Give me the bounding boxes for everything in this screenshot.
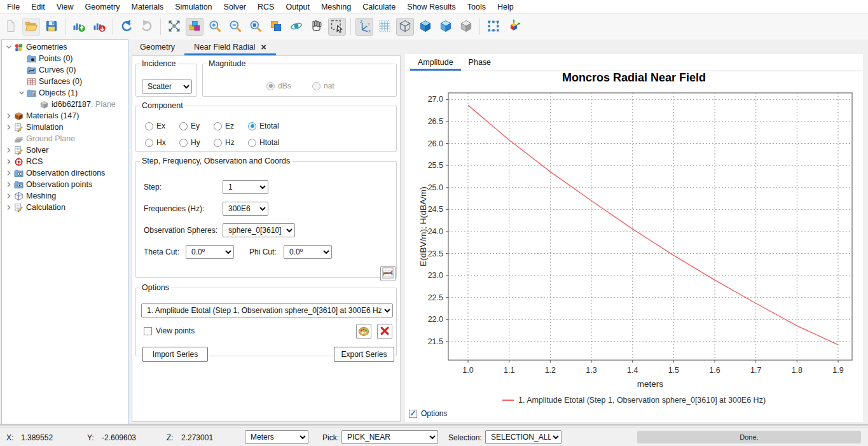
phi-cut-select[interactable]: 0.0º xyxy=(284,245,332,259)
step-select[interactable]: 1 xyxy=(223,180,268,194)
flat-view-button[interactable] xyxy=(457,18,475,36)
select-rectangle-button[interactable] xyxy=(328,18,346,36)
view-points-checkbox[interactable]: View points xyxy=(144,326,195,335)
tree-item-curves-0[interactable]: Curves (0) xyxy=(2,64,128,76)
radio-htotal[interactable]: Htotal xyxy=(248,138,279,147)
radio-hx[interactable]: Hx xyxy=(145,138,166,147)
menu-item-edit[interactable]: Edit xyxy=(25,1,51,13)
selection-box-button[interactable] xyxy=(485,18,502,36)
tree-item-simulation[interactable]: Simulation xyxy=(2,122,128,133)
zoom-window-button[interactable] xyxy=(247,18,265,36)
radio-hz[interactable]: Hz xyxy=(214,138,235,147)
delete-series-button[interactable] xyxy=(377,324,392,339)
menu-item-materials[interactable]: Materials xyxy=(125,1,169,13)
plot-settings-button[interactable] xyxy=(380,266,396,281)
new-document-button[interactable] xyxy=(2,18,20,36)
observation-spheres-select[interactable]: sphere_0[3610] xyxy=(223,223,295,237)
wireframe-view-button[interactable] xyxy=(396,18,414,36)
incidence-select[interactable]: Scatter xyxy=(142,80,192,94)
radio-ez[interactable]: Ez xyxy=(214,122,234,130)
radio-ex[interactable]: Ex xyxy=(145,122,165,130)
tree-item-materials-147[interactable]: Materials (147) xyxy=(2,110,128,122)
radio-etotal[interactable]: Etotal xyxy=(248,122,279,130)
selection-select[interactable]: SELECTION_ALL xyxy=(485,430,561,444)
chevron-right-icon[interactable] xyxy=(4,204,13,211)
frequencies-select[interactable]: 300E6 xyxy=(223,202,268,216)
menu-item-view[interactable]: View xyxy=(51,1,79,13)
units-select[interactable]: Meters xyxy=(245,430,308,444)
export-results-button[interactable] xyxy=(90,18,108,36)
grid-button[interactable] xyxy=(376,18,394,36)
tree-item-surfaces-0[interactable]: Surfaces (0) xyxy=(2,76,128,87)
chevron-right-icon[interactable] xyxy=(4,181,13,188)
menu-item-output[interactable]: Output xyxy=(280,1,315,13)
import-results-button[interactable] xyxy=(70,18,88,36)
series-color-button[interactable] xyxy=(356,324,371,339)
bring-to-front-button[interactable] xyxy=(267,18,285,36)
chevron-right-icon[interactable] xyxy=(4,124,13,130)
menu-item-simulation[interactable]: Simulation xyxy=(169,1,217,13)
menu-item-tools[interactable]: Tools xyxy=(462,1,492,13)
chevron-right-icon[interactable] xyxy=(4,193,13,199)
solid-view-button[interactable] xyxy=(417,18,434,36)
tree-item-meshing[interactable]: Meshing xyxy=(2,190,128,202)
open-file-button[interactable] xyxy=(22,18,40,36)
series-select[interactable]: 1. Amplitude Etotal (Step 1, Observation… xyxy=(141,303,393,317)
radio-hy[interactable]: Hy xyxy=(179,138,200,147)
menu-item-help[interactable]: Help xyxy=(492,1,520,13)
tree-item-ground-plane[interactable]: Ground Plane xyxy=(2,133,128,144)
chevron-down-icon[interactable] xyxy=(4,44,13,50)
tab-amplitude[interactable]: Amplitude xyxy=(410,54,461,71)
tree-item-calculation[interactable]: Calculation xyxy=(2,202,128,213)
options-checkbox[interactable]: Options xyxy=(409,409,447,418)
radio-ey[interactable]: Ey xyxy=(179,122,200,130)
svg-text:1.2: 1.2 xyxy=(545,366,556,375)
tab-phase[interactable]: Phase xyxy=(461,54,499,71)
tab-near-field-radial[interactable]: Near Field Radial × xyxy=(184,39,276,55)
shaded-view-button[interactable] xyxy=(437,18,455,36)
chevron-down-icon[interactable] xyxy=(17,90,26,96)
menu-item-show-results[interactable]: Show Results xyxy=(401,1,461,13)
menu-item-meshing[interactable]: Meshing xyxy=(315,1,357,13)
tree-item-solver[interactable]: Solver xyxy=(2,144,128,156)
save-button[interactable] xyxy=(43,18,60,36)
pick-label: Pick: xyxy=(322,433,339,442)
chevron-right-icon[interactable] xyxy=(4,170,13,176)
tree-item-rcs[interactable]: RCS xyxy=(2,156,128,167)
fit-view-button[interactable] xyxy=(165,18,183,36)
chevron-right-icon[interactable] xyxy=(4,158,13,165)
plot-svg[interactable]: 1.01.11.21.31.41.51.61.71.81.921.522.022… xyxy=(417,85,855,391)
undo-button[interactable] xyxy=(118,18,135,36)
orbit-button[interactable] xyxy=(287,18,305,36)
zoom-in-button[interactable] xyxy=(206,18,224,36)
horizontal-splitter[interactable] xyxy=(0,424,868,426)
view-solids-button[interactable] xyxy=(186,18,203,36)
tree-item-observation-directions[interactable]: Observation directions xyxy=(2,167,128,179)
tree-item-objects-1[interactable]: Objects (1) xyxy=(2,87,128,99)
menu-item-calculate[interactable]: Calculate xyxy=(357,1,401,13)
theta-cut-select[interactable]: 0.0º xyxy=(186,245,234,259)
menu-item-geometry[interactable]: Geometry xyxy=(79,1,126,13)
tree-item-observation-points[interactable]: Observation points xyxy=(2,179,128,190)
close-tab-icon[interactable]: × xyxy=(261,43,266,51)
redo-button[interactable] xyxy=(138,18,156,36)
menu-item-file[interactable]: File xyxy=(1,1,25,13)
orientation-axes-button[interactable] xyxy=(505,18,523,36)
chevron-right-icon[interactable] xyxy=(4,147,13,153)
import-series-button[interactable]: Import Series xyxy=(142,347,208,362)
tree-item-points-0[interactable]: Points (0) xyxy=(2,53,128,64)
menu-item-rcs[interactable]: RCS xyxy=(252,1,280,13)
menu-item-solver[interactable]: Solver xyxy=(218,1,252,13)
tree-item-geometries[interactable]: Geometries xyxy=(2,41,128,53)
tab-geometry[interactable]: Geometry xyxy=(130,39,184,55)
axes-button[interactable]: ZYX xyxy=(355,18,373,36)
export-series-button[interactable]: Export Series xyxy=(334,347,394,362)
tree-item-label: Surfaces (0) xyxy=(39,77,82,86)
tree-item-id6b62f187[interactable]: id6b62f187 : Plane xyxy=(2,99,128,110)
radio-dbs[interactable]: dBs xyxy=(266,81,291,90)
pick-select[interactable]: PICK_NEAR xyxy=(341,430,438,444)
chevron-right-icon[interactable] xyxy=(4,113,13,119)
zoom-out-button[interactable] xyxy=(226,18,244,36)
radio-nat[interactable]: nat xyxy=(312,81,334,90)
pan-button[interactable] xyxy=(308,18,326,36)
